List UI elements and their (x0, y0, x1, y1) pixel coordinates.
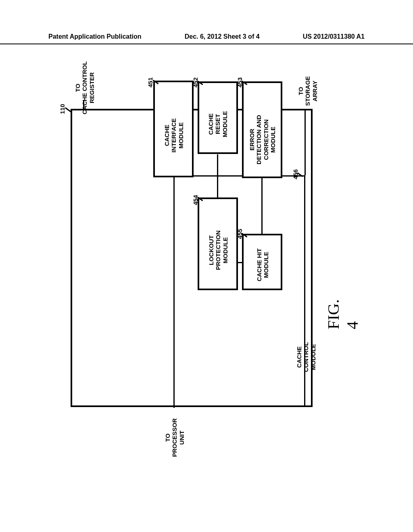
cache-hit-module-label: CACHE HITMODULE (256, 243, 270, 286)
header-left: Patent Application Publication (48, 33, 142, 40)
cache-control-module-title: CACHE CONTROLMODULE (296, 331, 317, 383)
connector-line (261, 176, 263, 235)
error-detection-correction-module-label: ERRORDETECTION ANDCORRECTIONMODULE (248, 108, 276, 172)
external-label-processor-unit: TOPROCESSORUNIT (164, 411, 185, 464)
cache-interface-module-label: CACHEINTERFACEMODULE (163, 110, 184, 161)
connector-line (83, 101, 84, 110)
connector-line (217, 176, 218, 198)
ref-label-452: 452 (192, 77, 199, 87)
ref-label-451: 451 (147, 77, 154, 87)
page-header: Patent Application Publication Dec. 6, 2… (0, 33, 413, 44)
bus-line (304, 175, 305, 407)
ref-label-456: 456 (292, 169, 299, 179)
ref-label-110: 110 (59, 104, 66, 114)
lockout-protection-module-label: LOCKOUTPROTECTIONMODULE (208, 224, 229, 276)
figure-label: FIG. 4 (324, 289, 362, 329)
cache-reset-module-label: CACHERESETMODULE (207, 103, 228, 145)
header-center: Dec. 6, 2012 Sheet 3 of 4 (185, 33, 260, 40)
ref-label-453: 453 (236, 77, 243, 87)
header-right: US 2012/0311380 A1 (303, 33, 365, 40)
figure-area: TOCACHE CONTROLREGISTER TOPROCESSORUNIT … (48, 56, 363, 520)
connector-line (217, 154, 218, 176)
